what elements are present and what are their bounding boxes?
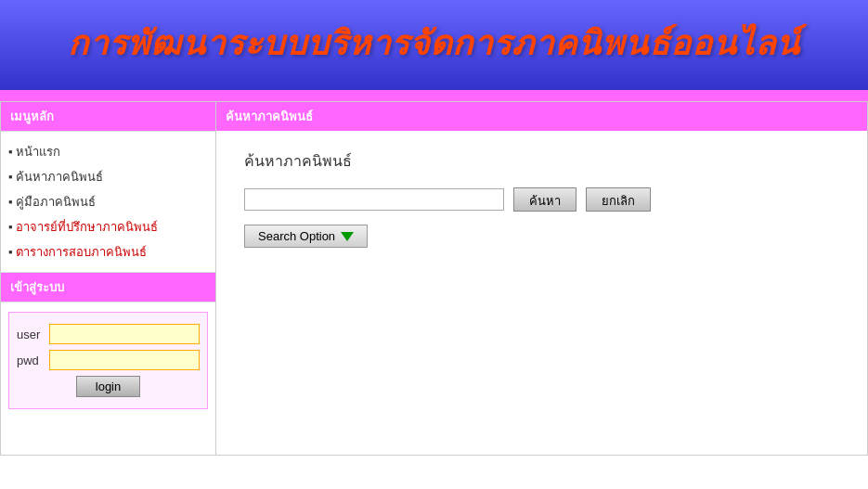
login-btn-row: login (17, 376, 200, 397)
home-link[interactable]: หน้าแรก (16, 145, 60, 159)
search-input[interactable] (244, 188, 504, 211)
schedule-link[interactable]: ตารางการสอบภาคนิพนธ์ (16, 245, 147, 259)
search-option-row: Search Option (244, 225, 839, 248)
manual-link[interactable]: คู่มือภาคนิพนธ์ (16, 195, 96, 209)
pwd-input[interactable] (49, 350, 200, 370)
main-body: ค้นหาภาคนิพนธ์ ค้นหา ยกเลิก Search Optio… (216, 131, 867, 266)
sidebar-item-home[interactable]: หน้าแรก (6, 139, 210, 164)
pwd-row: pwd (17, 350, 200, 370)
header: การพัฒนาระบบบริหารจัดการภาคนิพนธ์ออนไลน์ (0, 0, 868, 94)
sidebar-item-schedule[interactable]: ตารางการสอบภาคนิพนธ์ (6, 239, 210, 264)
search-button[interactable]: ค้นหา (513, 187, 577, 212)
login-button[interactable]: login (76, 376, 140, 397)
sidebar-menu-title: เมนูหลัก (1, 102, 215, 132)
sidebar-item-manual[interactable]: คู่มือภาคนิพนธ์ (6, 189, 210, 214)
content-wrap: เมนูหลัก หน้าแรก ค้นหาภาคนิพนธ์ คู่มือภา… (0, 101, 868, 456)
advisor-link[interactable]: อาจารย์ที่ปรึกษาภาคนิพนธ์ (16, 220, 158, 234)
login-section: user pwd login (1, 302, 215, 418)
search-option-label: Search Option (258, 229, 335, 243)
pwd-label: pwd (17, 354, 49, 367)
search-row: ค้นหา ยกเลิก (244, 187, 839, 212)
search-option-button[interactable]: Search Option (244, 225, 368, 248)
search-heading: ค้นหาภาคนิพนธ์ (244, 149, 839, 173)
login-box: user pwd login (8, 312, 208, 409)
main-title-bar: ค้นหาภาคนิพนธ์ (216, 102, 867, 131)
user-input[interactable] (49, 324, 200, 344)
login-section-title: เข้าสู่ระบบ (1, 273, 215, 302)
user-row: user (17, 324, 200, 344)
arrow-down-icon (341, 232, 354, 241)
sidebar-item-advisor[interactable]: อาจารย์ที่ปรึกษาภาคนิพนธ์ (6, 214, 210, 239)
pink-divider (0, 94, 868, 101)
sidebar-menu: หน้าแรก ค้นหาภาคนิพนธ์ คู่มือภาคนิพนธ์ อ… (1, 132, 215, 273)
main-content: ค้นหาภาคนิพนธ์ ค้นหาภาคนิพนธ์ ค้นหา ยกเล… (216, 102, 867, 455)
sidebar: เมนูหลัก หน้าแรก ค้นหาภาคนิพนธ์ คู่มือภา… (1, 102, 216, 455)
cancel-button[interactable]: ยกเลิก (586, 187, 651, 212)
search-link[interactable]: ค้นหาภาคนิพนธ์ (16, 170, 103, 184)
user-label: user (17, 328, 49, 341)
sidebar-item-search[interactable]: ค้นหาภาคนิพนธ์ (6, 164, 210, 189)
header-title: การพัฒนาระบบบริหารจัดการภาคนิพนธ์ออนไลน์ (9, 17, 859, 70)
